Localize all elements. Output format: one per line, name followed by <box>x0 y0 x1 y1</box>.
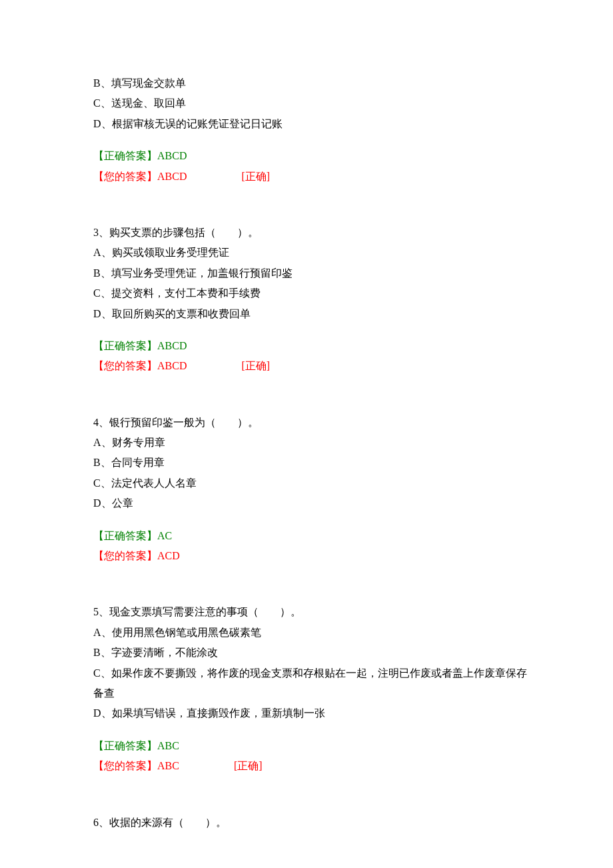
question-5: 5、现金支票填写需要注意的事项（ ）。 A、使用用黑色钢笔或用黑色碳素笔 B、字… <box>93 602 533 776</box>
question-stem: 6、收据的来源有（ ）。 <box>93 813 533 833</box>
option-c: C、送现金、取回单 <box>93 93 533 113</box>
answer-section: 【正确答案】ABC 【您的答案】ABC[正确] <box>93 736 533 777</box>
correct-answer-value: ABCD <box>157 150 187 161</box>
option-d: D、根据审核无误的记账凭证登记日记账 <box>93 114 533 134</box>
your-answer-label: 【您的答案】 <box>93 550 157 561</box>
your-answer-label: 【您的答案】 <box>93 360 157 371</box>
correct-answer-value: ABCD <box>157 340 187 351</box>
correct-answer-line: 【正确答案】ABCD <box>93 336 533 356</box>
your-answer-line: 【您的答案】ABC[正确] <box>93 756 533 776</box>
question-3: 3、购买支票的步骤包括（ ）。 A、购买或领取业务受理凭证 B、填写业务受理凭证… <box>93 223 533 377</box>
correct-answer-line: 【正确答案】AC <box>93 526 533 546</box>
question-stem: 5、现金支票填写需要注意的事项（ ）。 <box>93 602 533 622</box>
your-answer-line: 【您的答案】ABCD[正确] <box>93 167 533 187</box>
option-d: D、公章 <box>93 493 533 513</box>
option-b: B、填写业务受理凭证，加盖银行预留印鉴 <box>93 263 533 283</box>
option-a: A、财务专用章 <box>93 433 533 453</box>
correct-answer-label: 【正确答案】 <box>93 150 157 161</box>
your-answer-value: ABCD <box>157 360 187 371</box>
option-c: C、法定代表人人名章 <box>93 473 533 493</box>
option-b: B、合同专用章 <box>93 453 533 473</box>
option-d: D、如果填写错误，直接撕毁作废，重新填制一张 <box>93 703 533 723</box>
correct-answer-label: 【正确答案】 <box>93 530 157 541</box>
question-stem: 3、购买支票的步骤包括（ ）。 <box>93 223 533 243</box>
option-c: C、提交资料，支付工本费和手续费 <box>93 283 533 303</box>
option-d: D、取回所购买的支票和收费回单 <box>93 304 533 324</box>
your-answer-label: 【您的答案】 <box>93 760 157 771</box>
your-answer-line: 【您的答案】ABCD[正确] <box>93 356 533 376</box>
correct-answer-line: 【正确答案】ABCD <box>93 146 533 166</box>
answer-section: 【正确答案】AC 【您的答案】ACD <box>93 526 533 567</box>
question-stem: 4、银行预留印鉴一般为（ ）。 <box>93 413 533 433</box>
question-6-partial: 6、收据的来源有（ ）。 <box>93 813 533 833</box>
correct-answer-label: 【正确答案】 <box>93 740 157 751</box>
answer-section: 【正确答案】ABCD 【您的答案】ABCD[正确] <box>93 336 533 377</box>
option-a: A、购买或领取业务受理凭证 <box>93 243 533 263</box>
question-2-partial: B、填写现金交款单 C、送现金、取回单 D、根据审核无误的记账凭证登记日记账 【… <box>93 73 533 187</box>
correct-answer-value: ABC <box>157 740 179 751</box>
correct-answer-line: 【正确答案】ABC <box>93 736 533 756</box>
answer-section: 【正确答案】ABCD 【您的答案】ABCD[正确] <box>93 146 533 187</box>
your-answer-value: ABCD <box>157 171 187 182</box>
option-a: A、使用用黑色钢笔或用黑色碳素笔 <box>93 623 533 643</box>
option-b: B、字迹要清晰，不能涂改 <box>93 643 533 663</box>
option-c: C、如果作废不要撕毁，将作废的现金支票和存根贴在一起，注明已作废或者盖上作废章保… <box>93 663 533 704</box>
status-correct: [正确] <box>241 171 270 182</box>
your-answer-line: 【您的答案】ACD <box>93 546 533 566</box>
status-correct: [正确] <box>234 760 263 771</box>
your-answer-label: 【您的答案】 <box>93 171 157 182</box>
status-correct: [正确] <box>241 360 270 371</box>
correct-answer-label: 【正确答案】 <box>93 340 157 351</box>
question-4: 4、银行预留印鉴一般为（ ）。 A、财务专用章 B、合同专用章 C、法定代表人人… <box>93 413 533 567</box>
your-answer-value: ACD <box>157 550 180 561</box>
option-b: B、填写现金交款单 <box>93 73 533 93</box>
your-answer-value: ABC <box>157 760 179 771</box>
correct-answer-value: AC <box>157 530 172 541</box>
